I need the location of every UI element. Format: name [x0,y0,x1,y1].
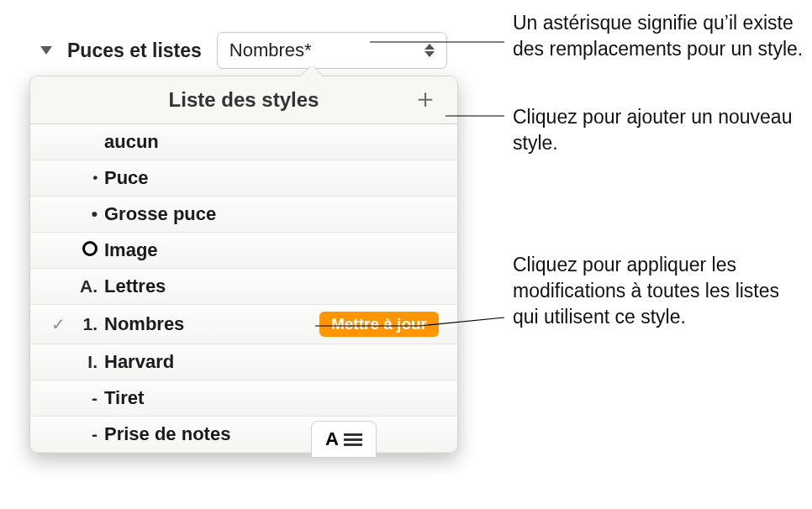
letters-marker: A. [72,276,104,296]
annotation-update: Cliquez pour appliquer les modifications… [513,252,807,330]
disclosure-caret-icon[interactable] [40,46,52,55]
style-item-big-bullet[interactable]: • Grosse puce [30,196,457,232]
lines-icon [344,433,362,446]
style-label: Prise de notes [104,423,444,445]
style-item-bullet[interactable]: • Puce [30,160,457,196]
letter-a-icon: A [325,428,339,450]
notes-marker: - [72,424,104,444]
style-label: Puce [104,167,444,189]
style-item-harvard[interactable]: I. Harvard [30,344,457,380]
section-label: Puces et listes [67,39,202,62]
style-label: Lettres [104,275,444,297]
inspector-panel: Puces et listes Nombres* Liste des style… [25,17,462,454]
style-label: aucun [104,131,444,153]
style-label: Grosse puce [104,203,444,225]
annotation-asterisk: Un astérisque signifie qu’il existe des … [513,10,807,62]
style-label: Harvard [104,351,444,373]
style-label: Image [104,239,444,261]
style-item-letters[interactable]: A. Lettres [30,268,457,304]
style-item-dash[interactable]: - Tiret [30,380,457,416]
dropdown-value: Nombres* [229,39,312,61]
checkmark-icon: ✓ [44,314,72,334]
numbers-marker: 1. [72,314,104,334]
style-list: aucun • Puce • Grosse puce Image A. Lett… [30,124,457,453]
dash-marker: - [72,388,104,408]
popover-header: Liste des styles ＋ [30,76,457,124]
annotation-add: Cliquez pour ajouter un nouveau style. [513,104,807,156]
style-label: Nombres [104,313,319,335]
text-style-button[interactable]: A [311,421,377,458]
style-item-notes[interactable]: - Prise de notes [30,416,457,453]
styles-popover: Liste des styles ＋ aucun • Puce • Grosse… [29,76,458,454]
update-style-button[interactable]: Mettre à jour [319,312,439,337]
add-style-button[interactable]: ＋ [412,88,439,108]
harvard-marker: I. [72,352,104,372]
dropdown-caret-icon [424,44,435,57]
style-item-image[interactable]: Image [30,232,457,268]
style-label: Tiret [104,387,444,409]
style-item-none[interactable]: aucun [30,124,457,160]
panel-header-row: Puces et listes Nombres* [25,17,462,76]
list-style-dropdown[interactable]: Nombres* [217,32,447,69]
popover-tail [301,66,321,76]
bullet-icon: • [72,171,104,186]
popover-title: Liste des styles [169,88,319,111]
big-bullet-icon: • [72,204,104,224]
style-item-numbers[interactable]: ✓ 1. Nombres Mettre à jour [30,304,457,344]
image-ring-icon [82,241,98,256]
